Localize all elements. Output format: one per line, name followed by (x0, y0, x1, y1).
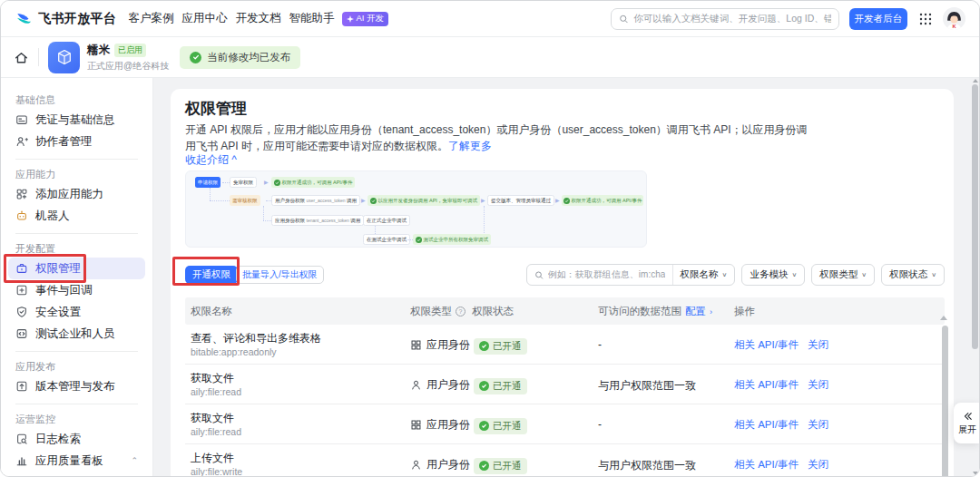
table-row: 上传文件 aily:file:write 用户身份 已开通 与用户权限范围一致 … (185, 444, 945, 477)
feishu-logo-icon (15, 10, 33, 28)
app-subtitle: 正式应用@绝谷科技 (87, 60, 169, 73)
sidebar-item-security[interactable]: 安全设置 (8, 301, 145, 323)
info-icon[interactable]: ? (456, 307, 466, 316)
home-icon[interactable] (14, 50, 29, 65)
flow-apply-pill: 申请权限 (195, 177, 220, 188)
log-search-icon (15, 433, 28, 445)
square-plus-icon (15, 284, 28, 297)
upload-box-icon (15, 380, 28, 393)
close-permission-link[interactable]: 关闭 (808, 458, 828, 472)
permission-status: 已开通 (474, 336, 527, 355)
flow-review-pill: 需审核权限 (230, 195, 260, 206)
menu-ai-assistant[interactable]: 智能助手 (287, 11, 336, 26)
global-search-input[interactable]: 你可以输入文档关键词、开发问题、Log ID、错误码 (611, 8, 839, 30)
filter-name-select[interactable]: 权限名称∨ (672, 265, 735, 285)
filter-status-select[interactable]: 权限状态∨ (881, 264, 945, 286)
apps-grid-icon[interactable] (919, 13, 932, 25)
permission-code: aily:file:write (191, 466, 242, 477)
filter-module-select[interactable]: 业务模块∨ (741, 264, 805, 286)
check-circle-icon (274, 180, 280, 186)
sidebar-item-label: 协作者管理 (35, 134, 93, 150)
section-basic-info: 基础信息 (15, 92, 138, 107)
search-placeholder: 你可以输入文档关键词、开发问题、Log ID、错误码 (633, 13, 830, 25)
ai-dev-badge[interactable]: AI 开发 (342, 12, 388, 26)
col-permission-name: 权限名称 (191, 305, 232, 318)
app-info: 糯米 已启用 正式应用@绝谷科技 (87, 43, 169, 73)
check-circle-icon (479, 381, 489, 391)
filter-type-select[interactable]: 权限类型∨ (811, 264, 875, 286)
menu-customer-cases[interactable]: 客户案例 (126, 11, 175, 26)
permission-search-combo: 例如：获取群组信息、im:cha... 权限名称∨ (526, 264, 736, 286)
expand-panel-tab[interactable]: 展开 (954, 403, 980, 443)
scope-config-link[interactable]: 配置 (685, 305, 706, 318)
table-scrollbar-up-arrow[interactable] (940, 316, 947, 320)
data-scope: - (598, 338, 602, 351)
page-scrollbar[interactable] (972, 84, 978, 349)
data-scope: 与用户权限范围一致 (598, 378, 696, 394)
flow-app-perm-pill: 应用身份权限tenant_access_token调用 (271, 215, 364, 226)
robot-icon (15, 209, 28, 222)
sidebar-item-test-org[interactable]: 测试企业和人员 (8, 323, 145, 345)
page-scrollbar-down-arrow[interactable] (973, 472, 978, 475)
permission-table: 权限名称 权限类型? 权限状态 可访问的数据范围配置› 操作 查看、评论和导出多… (185, 297, 945, 477)
shield-check-icon (15, 306, 28, 318)
intro-desc-line1: 开通 API 权限后，应用才能以应用身份（tenant_access_token… (185, 122, 808, 138)
permission-code: bitable:app:readonly (191, 346, 277, 357)
related-api-link[interactable]: 相关 API/事件 (734, 418, 799, 432)
permission-name: 获取文件 (191, 411, 234, 426)
menu-dev-docs[interactable]: 开发文档 (233, 11, 282, 26)
check-circle-icon (370, 198, 377, 204)
feishu-logo[interactable]: 飞书开放平台 (15, 10, 116, 28)
chevron-up-icon[interactable]: ⌃ (131, 456, 138, 465)
flow-test-debug-pill: 在测试企业中调试 (363, 234, 410, 245)
user-identity-icon (410, 459, 422, 471)
flow-arrow-icon: ▶ (361, 195, 366, 206)
user-avatar[interactable]: K (943, 7, 965, 30)
app-icon[interactable] (48, 42, 80, 73)
sidebar-item-version[interactable]: 版本管理与发布 (8, 375, 145, 397)
related-api-link[interactable]: 相关 API/事件 (734, 378, 799, 392)
top-menu: 客户案例 应用中心 开发文档 智能助手 AI 开发 (126, 11, 388, 26)
related-api-link[interactable]: 相关 API/事件 (734, 338, 799, 352)
sidebar-item-quality-board[interactable]: 应用质量看板 ⌃ (8, 450, 145, 472)
menu-app-center[interactable]: 应用中心 (180, 11, 229, 26)
grid-add-icon (15, 188, 28, 200)
close-permission-link[interactable]: 关闭 (808, 338, 828, 352)
table-row: 获取文件 aily:file:read 用户身份 已开通 与用户权限范围一致 相… (185, 365, 945, 404)
flow-free-pill: 免审权限 (230, 177, 257, 188)
search-placeholder: 例如：获取群组信息、im:cha... (548, 268, 665, 281)
learn-more-link[interactable]: 了解更多 (448, 140, 492, 152)
sidebar-item-log-search[interactable]: 日志检索 (8, 428, 145, 450)
close-permission-link[interactable]: 关闭 (808, 418, 828, 432)
top-navbar: 飞书开放平台 客户案例 应用中心 开发文档 智能助手 AI 开发 你可以输入文档… (1, 1, 979, 37)
close-permission-link[interactable]: 关闭 (808, 378, 828, 392)
check-circle-icon (190, 52, 201, 63)
dev-console-button[interactable]: 开发者后台 (849, 8, 908, 30)
sidebar-item-collaborators[interactable]: 协作者管理 (8, 131, 145, 152)
flow-user-perm-pill: 用户身份权限user_access_token调用 (271, 195, 360, 206)
flow-arrow-icon: ▶ (481, 195, 485, 206)
app-name: 糯米 (87, 43, 110, 58)
sidebar-item-credentials[interactable]: 凭证与基础信息 (8, 109, 145, 131)
collapse-intro-link[interactable]: 收起介绍 ^ (185, 152, 237, 168)
flow-arrow-icon: ▶ (264, 177, 269, 188)
search-icon (534, 270, 544, 280)
browser-window: 飞书开放平台 客户案例 应用中心 开发文档 智能助手 AI 开发 你可以输入文档… (0, 0, 980, 477)
check-circle-icon (479, 461, 489, 471)
flow-arrow-icon: ▶ (555, 195, 560, 206)
batch-import-export-button[interactable]: 批量导入/导出权限 (236, 266, 324, 284)
page-scrollbar-up-arrow[interactable] (973, 79, 978, 83)
permission-type: 用户身份 (410, 457, 470, 472)
main-content: 权限管理 开通 API 权限后，应用才能以应用身份（tenant_access_… (153, 78, 979, 476)
divider (15, 351, 138, 352)
sidebar-item-bot[interactable]: 机器人 (8, 205, 145, 227)
permission-flow-diagram: 申请权限 免审权限 ▶ 权限开通成功，可调用 API/事件 需审核权限 用户身份… (185, 170, 647, 248)
permission-type: 应用身份 (410, 337, 470, 353)
table-scrollbar[interactable] (942, 326, 948, 477)
sidebar-item-add-capability[interactable]: 添加应用能力 (8, 183, 145, 205)
permission-search-input[interactable]: 例如：获取群组信息、im:cha... (527, 268, 672, 281)
related-api-link[interactable]: 相关 API/事件 (734, 458, 799, 472)
sidebar-item-label: 凭证与基础信息 (35, 112, 115, 128)
app-identity-icon (410, 339, 422, 351)
sidebar-item-label: 测试企业和人员 (35, 326, 115, 342)
